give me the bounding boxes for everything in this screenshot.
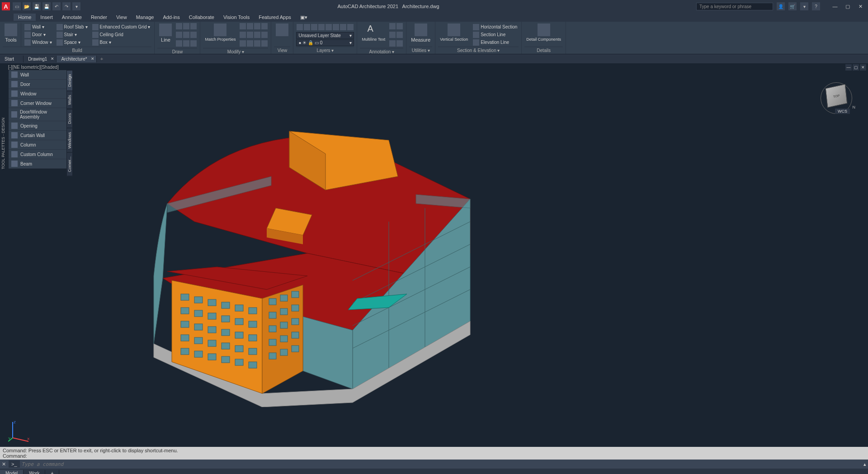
tab-addins[interactable]: Add-ins bbox=[158, 14, 184, 21]
explode-icon[interactable] bbox=[261, 40, 268, 47]
wall-button[interactable]: Wall ▾ bbox=[23, 24, 53, 31]
scale-icon[interactable] bbox=[247, 40, 253, 47]
qat-undo-icon[interactable]: ↶ bbox=[52, 2, 61, 10]
sidetab-walls[interactable]: Walls bbox=[66, 91, 73, 109]
tab-insert[interactable]: Insert bbox=[36, 14, 57, 21]
sectionline-button[interactable]: Section Line bbox=[472, 31, 519, 38]
trim-icon[interactable] bbox=[254, 23, 260, 29]
viewport-label[interactable]: [-][NE Isometric][Shaded] bbox=[8, 65, 59, 70]
dim1-icon[interactable] bbox=[389, 23, 396, 29]
circle-icon[interactable] bbox=[190, 23, 197, 29]
space-button[interactable]: Space ▾ bbox=[55, 39, 89, 46]
measure-button[interactable]: Measure bbox=[409, 23, 432, 47]
viewport[interactable]: [-][NE Isometric][Shaded] — ▢ ✕ TOOL PAL… bbox=[0, 63, 868, 447]
point-icon[interactable] bbox=[183, 40, 189, 47]
tab-model[interactable]: Model bbox=[0, 470, 24, 474]
qat-open-icon[interactable]: 📂 bbox=[23, 2, 31, 10]
maximize-icon[interactable]: ▢ bbox=[842, 2, 854, 10]
sidetab-windows[interactable]: Windows bbox=[66, 128, 73, 153]
sidetab-design[interactable]: Design bbox=[66, 70, 73, 91]
rect-icon[interactable] bbox=[176, 32, 182, 38]
palette-door[interactable]: Door bbox=[9, 80, 66, 89]
ceilinggrid-button[interactable]: Ceiling Grid bbox=[91, 31, 152, 38]
layer6-icon[interactable] bbox=[333, 24, 339, 30]
polyline-icon[interactable] bbox=[176, 23, 182, 29]
help-icon[interactable]: ? bbox=[812, 2, 820, 10]
layer-dropdown[interactable]: ● ☀ 🔒 ▭ 0▾ bbox=[296, 39, 354, 46]
door-button[interactable]: Door ▾ bbox=[23, 31, 53, 38]
tab-work[interactable]: Work bbox=[24, 470, 45, 474]
hatch-icon[interactable] bbox=[190, 32, 197, 38]
signin-icon[interactable]: 👤 bbox=[777, 2, 785, 10]
palette-opening[interactable]: Opening bbox=[9, 121, 66, 131]
qat-redo-icon[interactable]: ↷ bbox=[62, 2, 71, 10]
layer3-icon[interactable] bbox=[311, 24, 317, 30]
panel-modify-label[interactable]: Modify ▾ bbox=[203, 48, 268, 55]
app-logo[interactable]: A bbox=[2, 2, 10, 10]
panel-section-label[interactable]: Section & Elevation ▾ bbox=[438, 47, 519, 54]
palette-cornerwindow[interactable]: Corner Window bbox=[9, 99, 66, 108]
palette-curtainwall[interactable]: Curtain Wall bbox=[9, 131, 66, 140]
ucs-icon[interactable]: Z X Y bbox=[8, 420, 31, 442]
window-button[interactable]: Window ▾ bbox=[23, 39, 53, 46]
help-search[interactable]: Type a keyword or phrase bbox=[696, 3, 773, 10]
dim6-icon[interactable] bbox=[396, 40, 403, 47]
line-button[interactable]: Line bbox=[157, 23, 174, 48]
palette-column[interactable]: Column bbox=[9, 140, 66, 150]
tab-featuredapps[interactable]: Featured Apps bbox=[254, 14, 296, 21]
sidetab-doors[interactable]: Doors bbox=[66, 109, 73, 128]
panel-utilities-label[interactable]: Utilities ▾ bbox=[409, 47, 432, 54]
move-icon[interactable] bbox=[240, 23, 246, 29]
cart-icon[interactable]: 🛒 bbox=[788, 2, 797, 10]
stair-button[interactable]: Stair ▾ bbox=[55, 31, 89, 38]
tab-drawing1[interactable]: Drawing1✕ bbox=[24, 56, 57, 62]
vp-min-icon[interactable]: — bbox=[845, 64, 852, 71]
copy-icon[interactable] bbox=[240, 32, 246, 38]
close-tab-icon[interactable]: ✕ bbox=[91, 57, 94, 61]
qat-new-icon[interactable]: ▭ bbox=[13, 2, 21, 10]
palette-window[interactable]: Window bbox=[9, 89, 66, 99]
fillet-icon[interactable] bbox=[254, 32, 260, 38]
close-tab-icon[interactable]: ✕ bbox=[51, 57, 54, 61]
box-button[interactable]: Box ▾ bbox=[91, 39, 152, 46]
tab-architecture[interactable]: Architecture*✕ bbox=[57, 56, 96, 62]
layer8-icon[interactable] bbox=[347, 24, 354, 30]
dim4-icon[interactable] bbox=[396, 32, 403, 38]
stretch-icon[interactable] bbox=[240, 40, 246, 47]
region-icon[interactable] bbox=[190, 40, 197, 47]
rotate-icon[interactable] bbox=[247, 23, 253, 29]
layer-state-dropdown[interactable]: Unsaved Layer State▾ bbox=[296, 32, 354, 39]
grid-button[interactable]: Enhanced Custom Grid ▾ bbox=[91, 24, 152, 31]
cmd-close-icon[interactable]: ✕ bbox=[2, 461, 6, 467]
tab-home[interactable]: Home bbox=[14, 14, 36, 21]
tab-add-layout[interactable]: + bbox=[45, 470, 59, 474]
sidetab-corner[interactable]: Corner... bbox=[66, 152, 73, 176]
minimize-icon[interactable]: — bbox=[829, 2, 841, 10]
dim2-icon[interactable] bbox=[396, 23, 403, 29]
offset-icon[interactable] bbox=[254, 40, 260, 47]
add-tab-icon[interactable]: + bbox=[97, 55, 107, 62]
elevline-button[interactable]: Elevation Line bbox=[472, 39, 519, 46]
layer7-icon[interactable] bbox=[340, 24, 346, 30]
vsection-button[interactable]: Vertical Section bbox=[438, 23, 470, 47]
wcs-label[interactable]: WCS bbox=[835, 109, 850, 114]
tab-manage[interactable]: Manage bbox=[132, 14, 159, 21]
command-input[interactable] bbox=[22, 461, 863, 467]
mirror-icon[interactable] bbox=[247, 32, 253, 38]
panel-annotation-label[interactable]: Annotation ▾ bbox=[360, 48, 403, 55]
dim5-icon[interactable] bbox=[389, 40, 396, 47]
layer2-icon[interactable] bbox=[304, 24, 310, 30]
app-dropdown-icon[interactable]: ▾ bbox=[800, 2, 808, 10]
tab-collaborate[interactable]: Collaborate bbox=[184, 14, 219, 21]
spline-icon[interactable] bbox=[176, 40, 182, 47]
qat-saveas-icon[interactable]: 💾 bbox=[42, 2, 51, 10]
tab-annotate[interactable]: Annotate bbox=[57, 14, 86, 21]
tools-button[interactable]: Tools bbox=[3, 23, 19, 47]
tab-render[interactable]: Render bbox=[86, 14, 112, 21]
viewcube[interactable]: TOP N bbox=[818, 77, 854, 113]
cmd-expand-icon[interactable]: ▴ bbox=[863, 461, 866, 467]
qat-save-icon[interactable]: 💾 bbox=[33, 2, 41, 10]
roofslab-button[interactable]: Roof Slab ▾ bbox=[55, 24, 89, 31]
tab-visiontools[interactable]: Vision Tools bbox=[219, 14, 254, 21]
qat-dropdown-icon[interactable]: ▾ bbox=[72, 2, 80, 10]
